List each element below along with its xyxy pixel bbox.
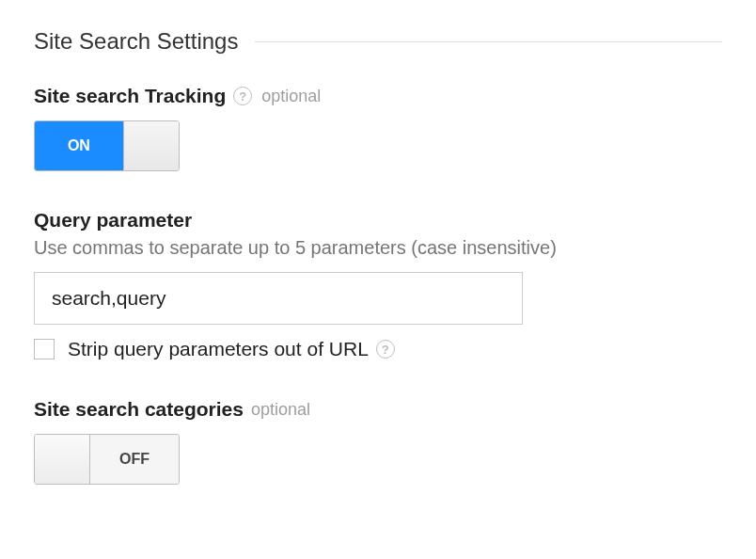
categories-toggle-off-label: OFF <box>90 435 179 484</box>
query-label-row: Query parameter <box>34 209 722 232</box>
tracking-toggle[interactable]: ON <box>34 120 180 171</box>
categories-label-row: Site search categories optional <box>34 398 722 421</box>
help-icon[interactable]: ? <box>233 87 252 105</box>
tracking-toggle-on-label: ON <box>35 121 123 170</box>
tracking-label-row: Site search Tracking ? optional <box>34 85 722 107</box>
categories-optional: optional <box>251 400 310 420</box>
help-icon[interactable]: ? <box>376 340 395 359</box>
section-header: Site Search Settings <box>34 28 722 55</box>
tracking-optional: optional <box>261 87 321 106</box>
categories-toggle-handle <box>35 435 90 484</box>
categories-field-group: Site search categories optional OFF <box>34 398 722 487</box>
tracking-toggle-handle <box>123 121 179 170</box>
categories-toggle[interactable]: OFF <box>34 434 180 485</box>
categories-label: Site search categories <box>34 398 244 421</box>
strip-query-label: Strip query parameters out of URL <box>68 338 369 360</box>
query-field-group: Query parameter Use commas to separate u… <box>34 209 722 360</box>
strip-query-row: Strip query parameters out of URL ? <box>34 338 722 360</box>
query-help-text: Use commas to separate up to 5 parameter… <box>34 237 722 259</box>
query-parameter-input[interactable] <box>34 272 523 325</box>
tracking-field-group: Site search Tracking ? optional ON <box>34 85 722 171</box>
strip-query-checkbox[interactable] <box>34 339 55 359</box>
section-divider <box>255 41 722 42</box>
section-title: Site Search Settings <box>34 28 238 55</box>
query-label: Query parameter <box>34 209 192 232</box>
tracking-label: Site search Tracking <box>34 85 226 107</box>
